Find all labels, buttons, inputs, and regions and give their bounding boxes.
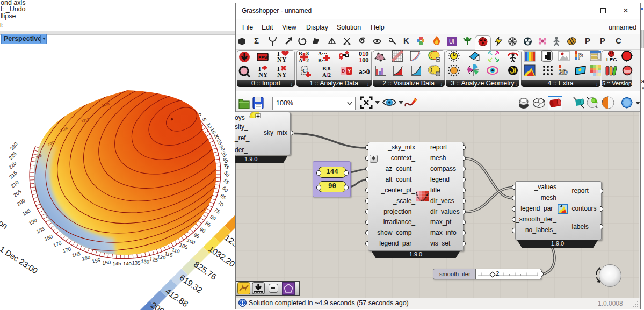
svg-text:B|8: B|8 xyxy=(322,66,331,71)
svg-text:160: 160 xyxy=(81,254,91,262)
svg-text:170: 170 xyxy=(62,246,71,254)
svg-text:Ui: Ui xyxy=(449,39,454,45)
svg-text:95: 95 xyxy=(193,232,200,239)
svg-text:A|2: A|2 xyxy=(322,71,331,77)
svg-text:P: P xyxy=(578,52,583,61)
svg-text:195: 195 xyxy=(21,207,31,217)
svg-text:2D: 2D xyxy=(559,68,568,76)
svg-text:D: D xyxy=(342,68,345,74)
svg-text:230: 230 xyxy=(9,141,19,151)
svg-text:EPW: EPW xyxy=(258,55,269,60)
svg-text:Y: Y xyxy=(348,68,351,74)
svg-text:55: 55 xyxy=(222,177,230,185)
svg-text:C: C xyxy=(302,67,307,74)
svg-text:150: 150 xyxy=(102,259,111,266)
svg-text:80: 80 xyxy=(209,214,217,222)
svg-text:2: 2 xyxy=(306,57,309,63)
svg-text:825.76: 825.76 xyxy=(192,259,219,282)
svg-text:1 Dec 23:00: 1 Dec 23:00 xyxy=(0,244,39,275)
svg-text:LEG: LEG xyxy=(606,56,617,62)
svg-text:155: 155 xyxy=(91,257,100,264)
svg-text:90: 90 xyxy=(199,226,206,234)
svg-text:85: 85 xyxy=(204,220,212,228)
svg-text:60: 60 xyxy=(221,185,229,193)
svg-text:215: 215 xyxy=(8,170,18,180)
svg-text:B: B xyxy=(299,51,302,56)
svg-text:200: 200 xyxy=(16,197,26,207)
svg-text:45: 45 xyxy=(222,162,230,170)
svg-text:140: 140 xyxy=(123,261,132,266)
svg-text:130: 130 xyxy=(141,258,150,265)
svg-text:010: 010 xyxy=(359,51,368,57)
svg-text:NY: NY xyxy=(258,71,268,77)
svg-text:on: on xyxy=(0,218,10,230)
svg-text:165: 165 xyxy=(71,250,81,258)
svg-text:619.32: 619.32 xyxy=(178,273,204,295)
svg-text:NY: NY xyxy=(277,71,287,77)
svg-text:190: 190 xyxy=(27,217,38,226)
svg-text:50: 50 xyxy=(223,170,231,178)
svg-text:5: 5 xyxy=(201,117,207,121)
svg-text:1032.20: 1032.20 xyxy=(207,244,235,269)
svg-text:206.44: 206.44 xyxy=(149,300,176,310)
svg-text:A: A xyxy=(299,57,303,63)
svg-text:225: 225 xyxy=(8,150,18,161)
svg-text:a>0: a>0 xyxy=(359,68,370,76)
svg-text:210: 210 xyxy=(10,179,20,190)
svg-text:180: 180 xyxy=(44,233,54,242)
svg-text:8: 8 xyxy=(306,51,309,56)
svg-text:145: 145 xyxy=(112,260,121,266)
svg-text:220: 220 xyxy=(7,160,17,170)
svg-text:412.88: 412.88 xyxy=(164,286,190,308)
svg-text:100: 100 xyxy=(359,57,368,63)
svg-text:125: 125 xyxy=(149,256,158,263)
svg-text:75: 75 xyxy=(213,207,221,215)
svg-text:NY: NY xyxy=(277,56,287,62)
svg-text:70: 70 xyxy=(216,200,225,208)
svg-text:185: 185 xyxy=(35,226,46,235)
svg-text:205: 205 xyxy=(12,189,23,198)
svg-text:175: 175 xyxy=(52,240,62,248)
svg-text:135: 135 xyxy=(132,259,140,266)
